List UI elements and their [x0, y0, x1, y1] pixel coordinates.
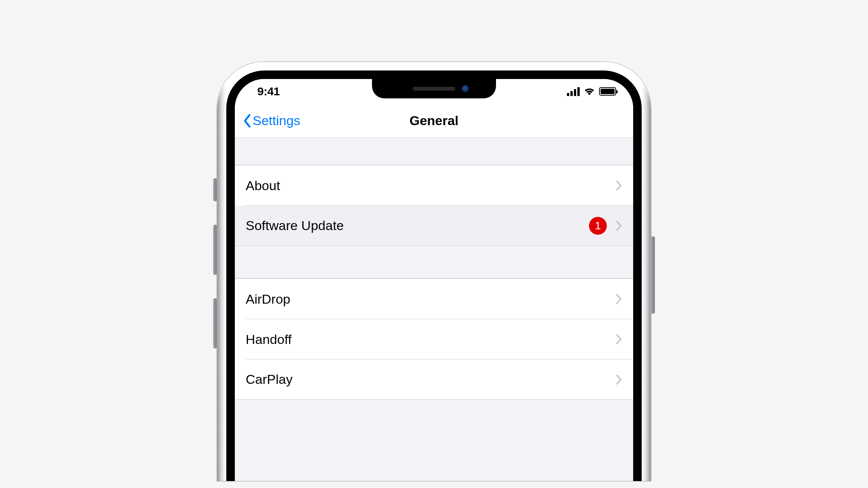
notification-badge: 1	[589, 217, 607, 235]
status-time: 9:41	[257, 85, 280, 98]
settings-item-airdrop[interactable]: AirDrop	[235, 279, 633, 319]
settings-item-carplay[interactable]: CarPlay	[235, 359, 633, 400]
chevron-right-icon	[615, 293, 622, 305]
navigation-bar: Settings General	[235, 104, 633, 138]
settings-item-label: Handoff	[246, 332, 291, 347]
back-label: Settings	[253, 113, 300, 128]
chevron-right-icon	[615, 180, 622, 191]
section-gap	[235, 138, 633, 165]
back-button[interactable]: Settings	[243, 113, 300, 128]
settings-item-label: Software Update	[246, 218, 344, 233]
chevron-right-icon	[615, 220, 622, 232]
page-title: General	[410, 113, 459, 128]
phone-mockup: 9:41	[217, 62, 651, 481]
battery-icon	[599, 87, 616, 96]
settings-item-label: AirDrop	[246, 292, 290, 307]
section-gap	[235, 246, 633, 278]
notch	[372, 79, 496, 98]
cellular-signal-icon	[567, 87, 580, 96]
volume-down-button	[213, 298, 217, 349]
power-button	[651, 236, 655, 314]
volume-up-button	[213, 225, 217, 275]
settings-group-2: AirDrop Handoff Ca	[235, 278, 633, 400]
chevron-right-icon	[615, 374, 622, 385]
status-icons	[567, 87, 616, 96]
settings-item-about[interactable]: About	[235, 165, 633, 206]
screen: 9:41	[226, 70, 642, 481]
front-camera	[462, 85, 469, 92]
settings-item-software-update[interactable]: Software Update 1	[235, 206, 633, 246]
settings-item-label: CarPlay	[246, 372, 293, 387]
speaker-grille	[413, 87, 455, 91]
settings-item-label: About	[246, 178, 280, 193]
chevron-left-icon	[243, 113, 251, 128]
mute-switch	[213, 178, 217, 201]
settings-group-1: About Software Update 1	[235, 165, 633, 246]
phone-body: 9:41	[217, 62, 651, 481]
wifi-icon	[584, 87, 595, 96]
settings-item-handoff[interactable]: Handoff	[235, 319, 633, 359]
chevron-right-icon	[615, 333, 622, 345]
